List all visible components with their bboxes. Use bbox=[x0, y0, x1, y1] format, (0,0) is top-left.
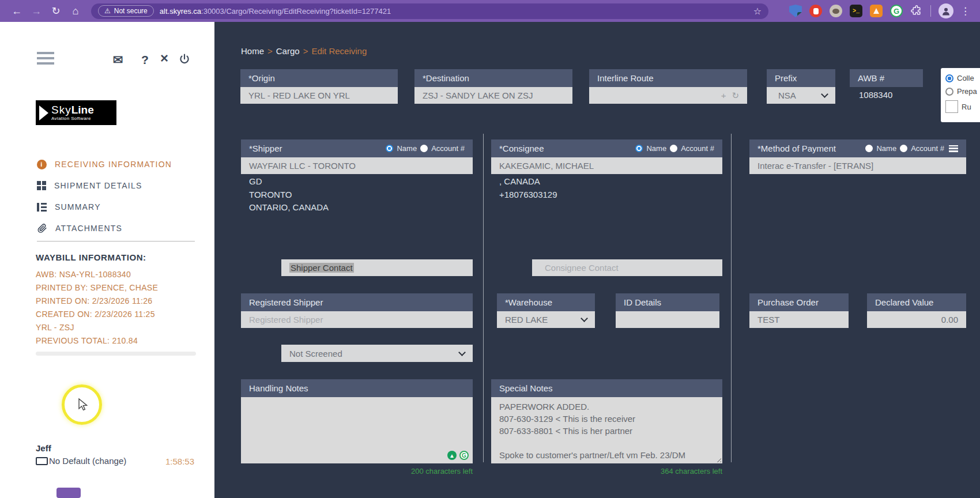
chevron-down-icon bbox=[821, 90, 828, 98]
payment-name-option[interactable]: Name bbox=[876, 144, 896, 153]
logo-arrow-icon bbox=[39, 105, 48, 120]
extensions-puzzle-icon[interactable] bbox=[911, 5, 922, 17]
consignee-account-option[interactable]: Account # bbox=[681, 144, 714, 153]
column-divider bbox=[483, 134, 484, 462]
charge-type-panel: Colle Prepa Ru bbox=[941, 68, 980, 122]
sidebar-item-shipment-details[interactable]: SHIPMENT DETAILS bbox=[37, 177, 204, 194]
hamburger-menu-icon[interactable] bbox=[37, 52, 54, 65]
declared-value-amount: 0.00 bbox=[941, 315, 958, 325]
station-row[interactable]: No Default (change) bbox=[36, 456, 126, 466]
registered-shipper-label: Registered Shipper bbox=[249, 297, 323, 307]
purchase-order-field[interactable]: TEST bbox=[749, 311, 849, 328]
grammarly-extension-icon[interactable]: G bbox=[890, 5, 903, 17]
sidebar-item-attachments[interactable]: ATTACHMENTS bbox=[37, 220, 204, 237]
close-icon[interactable]: × bbox=[160, 50, 168, 66]
consignee-account-radio[interactable] bbox=[670, 145, 677, 152]
collect-option[interactable]: Colle bbox=[945, 74, 980, 82]
rush-option[interactable]: Ru bbox=[945, 100, 980, 113]
origin-header: *Origin bbox=[240, 69, 398, 87]
consignee-field[interactable]: KAKEGAMIC, MICHAEL bbox=[491, 157, 722, 174]
grammarly-icon[interactable]: G bbox=[459, 451, 469, 460]
shipper-account-radio[interactable] bbox=[420, 145, 428, 152]
interline-route-field[interactable]: + ↻ bbox=[589, 87, 747, 104]
payment-name-radio[interactable] bbox=[865, 145, 873, 152]
shipper-address-line: TORONTO bbox=[249, 188, 329, 202]
consignee-name-radio[interactable] bbox=[635, 145, 643, 152]
waybill-created-on: CREATED ON: 2/23/2026 11:25 bbox=[36, 308, 158, 321]
paperclip-icon bbox=[37, 223, 47, 233]
add-route-icon[interactable]: + bbox=[721, 90, 726, 101]
power-icon[interactable] bbox=[179, 54, 190, 65]
breadcrumb-home[interactable]: Home bbox=[241, 46, 264, 56]
sidebar-item-summary[interactable]: SUMMARY bbox=[37, 198, 204, 216]
address-bar[interactable]: ⚠ Not secure alt.skyres.ca:30003/Cargo/R… bbox=[91, 3, 768, 19]
warehouse-select[interactable]: RED LAKE bbox=[497, 311, 595, 328]
interline-route-label: Interline Route bbox=[597, 73, 654, 83]
payment-list-icon[interactable] bbox=[949, 145, 958, 152]
shipper-name-radio[interactable] bbox=[386, 145, 393, 152]
consignee-address-line: , CANADA bbox=[499, 175, 557, 188]
shipper-contact-text: Shipper Contact bbox=[289, 263, 354, 273]
help-icon[interactable]: ? bbox=[141, 53, 149, 67]
browser-menu-icon[interactable]: ⋮ bbox=[960, 5, 970, 17]
registered-shipper-field[interactable] bbox=[241, 311, 473, 328]
prepaid-radio[interactable] bbox=[945, 88, 953, 96]
shipper-name-option[interactable]: Name bbox=[397, 144, 417, 153]
consignee-contact-field[interactable] bbox=[532, 259, 722, 276]
not-secure-chip[interactable]: ⚠ Not secure bbox=[98, 5, 154, 17]
progress-track bbox=[36, 352, 196, 356]
purchase-order-label: Purchase Order bbox=[757, 297, 819, 307]
origin-field[interactable]: YRL - RED LAKE ON YRL bbox=[240, 87, 398, 104]
refresh-route-icon[interactable]: ↻ bbox=[732, 90, 739, 101]
consignee-contact-input[interactable] bbox=[540, 263, 714, 273]
terminal-extension-icon[interactable]: >_ bbox=[850, 5, 862, 17]
destination-header: *Destination bbox=[414, 69, 572, 87]
gray-extension-icon[interactable] bbox=[830, 5, 842, 17]
destination-label: *Destination bbox=[423, 73, 469, 83]
registered-shipper-input[interactable] bbox=[249, 315, 465, 325]
rush-checkbox[interactable] bbox=[945, 100, 958, 113]
mouse-cursor bbox=[77, 398, 89, 412]
special-notes-label: Special Notes bbox=[499, 383, 553, 393]
id-details-field[interactable] bbox=[616, 311, 719, 328]
logo-subtitle: Aviation Software bbox=[51, 116, 94, 121]
payment-account-option[interactable]: Account # bbox=[911, 144, 944, 153]
shipper-account-option[interactable]: Account # bbox=[431, 144, 465, 153]
collect-radio[interactable] bbox=[945, 74, 953, 82]
extension-badge-icon[interactable]: ▲ bbox=[447, 451, 457, 460]
prefix-select[interactable]: NSA bbox=[767, 87, 835, 104]
breadcrumb-cargo[interactable]: Cargo bbox=[276, 46, 300, 56]
screening-select[interactable]: Not Screened bbox=[281, 345, 473, 362]
declared-value-field[interactable]: 0.00 bbox=[867, 311, 966, 328]
declared-value-header: Declared Value bbox=[867, 293, 966, 311]
prepaid-option[interactable]: Prepa bbox=[945, 87, 980, 96]
profile-avatar[interactable] bbox=[938, 3, 953, 18]
mail-icon[interactable]: ✉ bbox=[113, 53, 123, 67]
shipper-contact-field[interactable]: Shipper Contact bbox=[281, 259, 473, 276]
forward-icon[interactable]: → bbox=[27, 5, 46, 17]
shield-extension-icon[interactable]: 4 bbox=[789, 5, 802, 17]
special-notes-chars-left: 364 characters left bbox=[607, 467, 722, 476]
home-icon[interactable]: ⌂ bbox=[66, 5, 85, 17]
consignee-name-option[interactable]: Name bbox=[646, 144, 666, 153]
shipper-field[interactable]: WAYFAIR LLC - TORONTO bbox=[241, 157, 473, 174]
logo-line: Line bbox=[71, 104, 94, 116]
handling-notes-textarea[interactable]: ▲ G bbox=[241, 397, 473, 463]
consignee-value: KAKEGAMIC, MICHAEL bbox=[499, 161, 594, 171]
special-notes-textarea[interactable]: PAPERWORK ADDED. 807-630-3129 < This is … bbox=[491, 397, 722, 463]
back-icon[interactable]: ← bbox=[7, 5, 27, 17]
terminal-glyph: >_ bbox=[853, 8, 860, 14]
orange-extension-icon[interactable] bbox=[870, 5, 883, 17]
payment-account-radio[interactable] bbox=[900, 145, 907, 152]
payment-field[interactable]: Interac e-Transfer - [ETRANS] bbox=[749, 157, 966, 174]
reload-icon[interactable]: ↻ bbox=[46, 5, 66, 17]
prepaid-label: Prepa bbox=[957, 87, 977, 96]
consignee-header: *Consignee Name Account # bbox=[491, 139, 722, 157]
adblock-extension-icon[interactable] bbox=[809, 5, 822, 17]
sidebar-divider bbox=[37, 241, 195, 242]
destination-field[interactable]: ZSJ - SANDY LAKE ON ZSJ bbox=[414, 87, 572, 104]
bookmark-star-icon[interactable]: ☆ bbox=[753, 6, 762, 17]
consignee-address-line: +18076303129 bbox=[499, 188, 557, 202]
sidebar-item-receiving-information[interactable]: i RECEIVING INFORMATION bbox=[37, 156, 204, 173]
station-label[interactable]: No Default (change) bbox=[49, 456, 126, 466]
